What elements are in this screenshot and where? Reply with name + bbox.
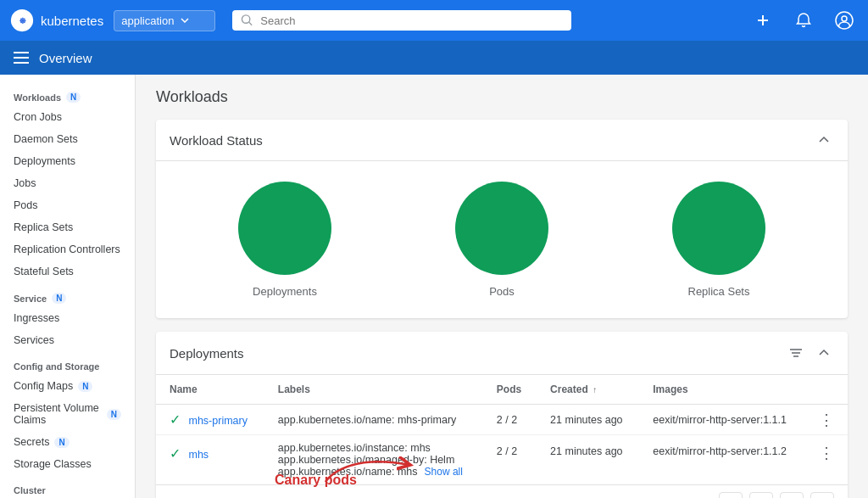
deployments-status: Deployments bbox=[238, 182, 331, 298]
deployments-circle bbox=[238, 182, 331, 275]
deployments-table: Name Labels Pods Created ↑ Images ✓ bbox=[156, 375, 848, 484]
deployments-header: Deployments bbox=[156, 332, 848, 375]
account-button[interactable] bbox=[831, 7, 858, 34]
plus-icon bbox=[754, 12, 771, 29]
row1-pods: 2 / 2 bbox=[483, 405, 537, 435]
sidebar-item-secrets[interactable]: Secrets N bbox=[0, 431, 135, 453]
sidebar-item-cronjobs[interactable]: Cron Jobs bbox=[0, 106, 135, 128]
sidebar-section-config: Config and Storage bbox=[0, 351, 135, 375]
col-labels: Labels bbox=[264, 375, 483, 405]
row1-labels: app.kubernetes.io/name: mhs-primary bbox=[264, 405, 483, 435]
pagination-last-button[interactable] bbox=[810, 492, 834, 498]
filter-icon bbox=[788, 345, 804, 361]
sort-icon: ↑ bbox=[593, 385, 597, 394]
deployments-table-container: Name Labels Pods Created ↑ Images ✓ bbox=[156, 375, 848, 484]
pagination-first-button[interactable] bbox=[719, 492, 743, 498]
subheader-title: Overview bbox=[39, 51, 92, 65]
sidebar-item-pods[interactable]: Pods bbox=[0, 194, 135, 216]
deployments-table-header: Name Labels Pods Created ↑ Images bbox=[156, 375, 848, 405]
kubernetes-logo-icon: ⎈ bbox=[10, 8, 34, 32]
row2-labels: app.kubernetes.io/instance: mhs app.kube… bbox=[264, 435, 483, 485]
hamburger-menu[interactable] bbox=[14, 52, 29, 64]
sidebar-item-jobs[interactable]: Jobs bbox=[0, 172, 135, 194]
sidebar-section-service: Service N bbox=[0, 283, 135, 307]
sidebar-item-configmaps[interactable]: Config Maps N bbox=[0, 375, 135, 397]
chevron-up-icon bbox=[817, 346, 831, 360]
logo: ⎈ kubernetes bbox=[10, 8, 103, 32]
row2-dots-menu[interactable]: ⋮ bbox=[819, 445, 834, 461]
row1-name: ✓ mhs-primary bbox=[156, 405, 264, 435]
col-created: Created ↑ bbox=[537, 375, 639, 405]
row2-labels-show: app.kubernetes.io/name: mhs Show all bbox=[278, 466, 470, 478]
logo-text: kubernetes bbox=[41, 14, 103, 28]
bell-icon bbox=[795, 12, 812, 29]
pods-label: Pods bbox=[489, 285, 515, 298]
svg-point-2 bbox=[242, 15, 250, 23]
sidebar-item-storageclasses[interactable]: Storage Classes bbox=[0, 453, 135, 475]
sidebar-item-replicasets[interactable]: Replica Sets bbox=[0, 216, 135, 238]
show-all-button[interactable]: Show all bbox=[425, 466, 463, 478]
replicasets-label: Replica Sets bbox=[688, 285, 750, 298]
collapse-button[interactable] bbox=[814, 130, 834, 150]
deployments-label: Deployments bbox=[253, 285, 317, 298]
deployments-filter-button[interactable] bbox=[785, 342, 807, 364]
workload-status-header: Workload Status bbox=[156, 120, 848, 161]
row2-name: ✓ mhs bbox=[156, 435, 264, 485]
row2-created: 21 minutes ago bbox=[537, 435, 639, 485]
workload-status-title: Workload Status bbox=[170, 133, 814, 148]
workload-status-card: Workload Status Deployments Pods bbox=[156, 120, 848, 318]
col-images: Images bbox=[639, 375, 805, 405]
sidebar: Workloads N Cron Jobs Daemon Sets Deploy… bbox=[0, 75, 136, 498]
notifications-button[interactable] bbox=[790, 7, 817, 34]
pagination-next-button[interactable] bbox=[780, 492, 804, 498]
pods-status: Pods bbox=[455, 182, 548, 298]
sidebar-section-workloads: Workloads N bbox=[0, 81, 135, 106]
subheader: Overview bbox=[0, 41, 868, 75]
row1-dots-menu[interactable]: ⋮ bbox=[819, 412, 834, 428]
status-circles-container: Deployments Pods Replica Sets bbox=[156, 161, 848, 318]
sidebar-item-replicationcontrollers[interactable]: Replication Controllers bbox=[0, 238, 135, 260]
status-check-icon-2: ✓ bbox=[170, 446, 181, 461]
topbar: ⎈ kubernetes application bbox=[0, 0, 868, 41]
search-bar[interactable] bbox=[232, 10, 571, 31]
search-icon bbox=[241, 14, 253, 27]
sidebar-item-pvc[interactable]: Persistent Volume Claims N bbox=[0, 397, 135, 431]
table-row: ✓ mhs-primary app.kubernetes.io/name: mh… bbox=[156, 405, 848, 435]
row2-image: eexit/mirror-http-server:1.1.2 bbox=[639, 435, 805, 485]
topbar-actions bbox=[749, 7, 858, 34]
account-icon bbox=[835, 11, 854, 30]
page-title: Workloads bbox=[156, 88, 848, 106]
layout: Workloads N Cron Jobs Daemon Sets Deploy… bbox=[0, 75, 868, 498]
row1-name-link[interactable]: mhs-primary bbox=[188, 415, 247, 427]
sidebar-item-ingresses[interactable]: Ingresses bbox=[0, 307, 135, 329]
sidebar-item-deployments[interactable]: Deployments bbox=[0, 150, 135, 172]
row2-pods: 2 / 2 bbox=[483, 435, 537, 485]
pagination-prev-button[interactable] bbox=[749, 492, 773, 498]
col-pods: Pods bbox=[483, 375, 537, 405]
deployments-collapse-button[interactable] bbox=[814, 343, 834, 363]
namespace-value: application bbox=[121, 14, 174, 27]
svg-line-3 bbox=[249, 22, 252, 25]
sidebar-item-statefulsets[interactable]: Stateful Sets bbox=[0, 260, 135, 283]
row2-menu: ⋮ bbox=[805, 435, 848, 485]
namespace-selector[interactable]: application bbox=[114, 10, 215, 31]
row1-menu: ⋮ bbox=[805, 405, 848, 435]
row2-name-link[interactable]: mhs bbox=[188, 449, 209, 461]
row1-created: 21 minutes ago bbox=[537, 405, 639, 435]
sidebar-item-services[interactable]: Services bbox=[0, 329, 135, 351]
col-actions bbox=[805, 375, 848, 405]
status-check-icon: ✓ bbox=[170, 412, 181, 427]
chevron-down-icon bbox=[181, 18, 189, 23]
svg-text:⎈: ⎈ bbox=[19, 14, 26, 26]
sidebar-item-daemonsets[interactable]: Daemon Sets bbox=[0, 128, 135, 150]
add-button[interactable] bbox=[749, 7, 776, 34]
chevron-up-icon bbox=[817, 133, 831, 147]
replicasets-status: Replica Sets bbox=[672, 182, 765, 298]
col-name: Name bbox=[156, 375, 264, 405]
pods-circle bbox=[455, 182, 548, 275]
sidebar-section-cluster: Cluster bbox=[0, 475, 135, 498]
row1-image: eexit/mirror-http-server:1.1.1 bbox=[639, 405, 805, 435]
deployments-title: Deployments bbox=[170, 346, 785, 361]
search-input[interactable] bbox=[260, 14, 563, 27]
deployments-pagination: 1 – 2 of 2 bbox=[156, 484, 848, 498]
